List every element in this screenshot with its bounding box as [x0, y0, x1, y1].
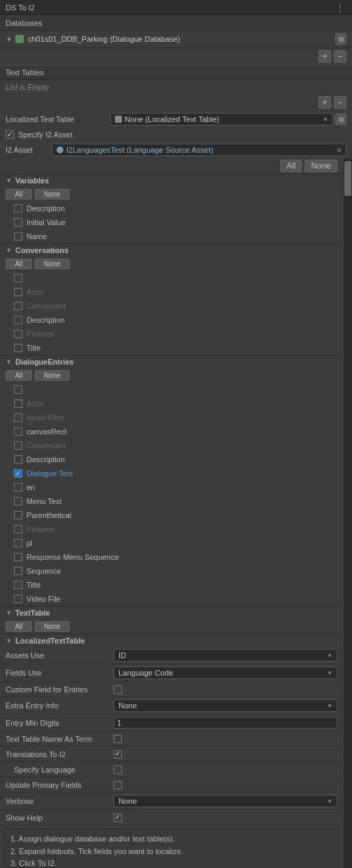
variables-item-2-label: Name — [26, 232, 47, 241]
de-menu-text-checkbox[interactable] — [14, 497, 22, 505]
de-description-row: Description — [0, 452, 343, 466]
i2-asset-field[interactable]: I2LanguagesTest (Language Source Asset) … — [52, 144, 346, 156]
conversations-title-checkbox[interactable] — [14, 344, 22, 352]
variables-item-1-checkbox[interactable] — [14, 218, 22, 227]
translations-to-i2-checkbox[interactable]: ✓ — [114, 750, 122, 759]
text-table-name-as-term-checkbox[interactable] — [114, 735, 122, 743]
localized-table-dropdown-arrow: ▼ — [323, 116, 328, 123]
title-bar: DS To I2 ⋮ — [0, 0, 352, 15]
dialogue-entries-arrow-icon: ▼ — [6, 358, 13, 365]
databases-header: Databases — [0, 15, 352, 31]
de-pictures-checkbox[interactable] — [14, 525, 22, 533]
localized-table-gear-button[interactable]: ⚙ — [335, 114, 346, 125]
db-add-button[interactable]: + — [319, 50, 331, 63]
de-video-file-row: Video File — [0, 592, 343, 606]
menu-dots-icon[interactable]: ⋮ — [335, 2, 346, 13]
entry-min-digits-row: Entry Min Digits — [0, 715, 343, 731]
de-conversant-row: Conversant — [0, 439, 343, 452]
conversations-actor-checkbox[interactable] — [14, 288, 22, 296]
custom-field-checkbox[interactable] — [114, 685, 122, 694]
conversations-none-button[interactable]: None — [35, 259, 70, 269]
de-rms-checkbox[interactable] — [14, 553, 22, 561]
text-table-none-button[interactable]: None — [35, 621, 70, 632]
de-dialogue-text-checkbox[interactable]: ✓ — [14, 469, 22, 478]
fields-use-dropdown[interactable]: Language Code ▼ — [114, 667, 337, 679]
conversations-actor-label: Actor — [26, 288, 45, 296]
de-canvas-rect-checkbox[interactable] — [14, 427, 22, 436]
i2-asset-label: I2 Asset — [6, 146, 47, 154]
de-en-checkbox[interactable] — [14, 483, 22, 492]
conversations-pictures-checkbox[interactable] — [14, 330, 22, 338]
dialogue-entries-all-button[interactable]: All — [6, 370, 32, 381]
de-conversant-label: Conversant — [26, 441, 66, 450]
variables-item-2-checkbox[interactable] — [14, 232, 22, 241]
custom-field-label: Custom Field for Entries — [6, 685, 114, 694]
scrollbar-thumb[interactable] — [344, 161, 351, 196]
scroll-none-btn[interactable]: None — [305, 160, 337, 172]
extra-entry-info-dropdown[interactable]: None ▼ — [114, 699, 337, 712]
conversations-conversant-label: Conversant — [26, 302, 66, 310]
text-tables-header: Text Tables — [0, 65, 352, 80]
scrollbar[interactable] — [344, 158, 352, 868]
conversations-conversant-checkbox[interactable] — [14, 302, 22, 310]
de-conversant-checkbox[interactable] — [14, 441, 22, 450]
text-table-arrow-icon: ▼ — [6, 609, 13, 616]
update-primary-fields-checkbox[interactable] — [114, 781, 122, 789]
db-remove-button[interactable]: − — [334, 50, 346, 63]
de-sequence-checkbox[interactable] — [14, 567, 22, 575]
de-pl-row: pl — [0, 536, 343, 550]
fields-use-label: Fields Use — [6, 669, 114, 677]
conversations-item-blank — [0, 271, 343, 285]
variables-none-button[interactable]: None — [35, 189, 70, 199]
i2-asset-row: I2 Asset I2LanguagesTest (Language Sourc… — [0, 142, 352, 158]
variables-foldout-header[interactable]: ▼ Variables — [0, 174, 343, 187]
text-table-all-none-row: All None — [0, 619, 343, 634]
de-pl-checkbox[interactable] — [14, 539, 22, 547]
assets-use-label: Assets Use — [6, 651, 114, 660]
dialogue-entries-none-button[interactable]: None — [35, 370, 70, 381]
de-actor-checkbox[interactable] — [14, 399, 22, 408]
text-table-foldout-header[interactable]: ▼ TextTable — [0, 606, 343, 619]
show-help-checkbox[interactable]: ✓ — [114, 814, 122, 822]
localized-text-table-dropdown[interactable]: None (Localized Text Table) ▼ — [110, 113, 333, 125]
de-title-checkbox[interactable] — [14, 581, 22, 589]
conversations-item-pictures: Pictures — [0, 327, 343, 341]
conversations-description-label: Description — [26, 316, 65, 324]
de-video-file-checkbox[interactable] — [14, 595, 22, 603]
entry-min-digits-input[interactable] — [114, 717, 337, 729]
de-blank-row — [0, 383, 343, 397]
custom-field-for-entries-row: Custom Field for Entries — [0, 682, 343, 697]
de-blank-checkbox[interactable] — [14, 386, 22, 394]
variables-all-button[interactable]: All — [6, 189, 32, 199]
dialogue-entries-foldout-header[interactable]: ▼ DialogueEntries — [0, 355, 343, 368]
text-tables-add-remove-row: + − — [0, 94, 352, 111]
extra-entry-info-row: Extra Entry Info None ▼ — [0, 697, 343, 715]
conversations-foldout-header[interactable]: ▼ Conversations — [0, 243, 343, 257]
assets-use-row: Assets Use ID ▼ — [0, 647, 343, 664]
localized-text-table-foldout-header[interactable]: ▼ LocalizedTextTable — [0, 634, 343, 647]
de-parenthetical-checkbox[interactable] — [14, 511, 22, 519]
verbose-dropdown[interactable]: None ▼ — [114, 795, 337, 807]
empty-list-label: List is Empty — [0, 80, 352, 94]
variables-item-0-checkbox[interactable] — [14, 204, 22, 213]
variables-item-1-label: Initial Value — [26, 218, 66, 227]
text-table-add-button[interactable]: + — [319, 96, 331, 109]
text-table-all-button[interactable]: All — [6, 621, 32, 632]
text-table-remove-button[interactable]: − — [334, 96, 346, 109]
conversations-blank-checkbox[interactable] — [14, 274, 22, 282]
text-table-foldout-label: TextTable — [15, 609, 50, 617]
conversations-all-button[interactable]: All — [6, 259, 32, 269]
de-video-file-label: Video File — [26, 595, 61, 603]
specify-language-checkbox[interactable] — [114, 766, 122, 774]
de-description-checkbox[interactable] — [14, 455, 22, 464]
scroll-all-btn[interactable]: All — [280, 160, 302, 172]
assets-use-dropdown[interactable]: ID ▼ — [114, 649, 337, 662]
de-en-label: en — [26, 483, 35, 492]
specify-i2-asset-checkbox[interactable]: ✓ — [6, 130, 14, 139]
conversations-all-none-row: All None — [0, 257, 343, 271]
conversations-description-checkbox[interactable] — [14, 316, 22, 324]
database-item[interactable]: ▼ ch01s01_DDB_Parking (Dialogue Database… — [0, 31, 352, 48]
db-settings-button[interactable]: ⚙ — [335, 33, 346, 45]
de-audio-files-checkbox[interactable] — [14, 413, 22, 422]
update-primary-fields-row: Update Primary Fields — [0, 777, 343, 793]
